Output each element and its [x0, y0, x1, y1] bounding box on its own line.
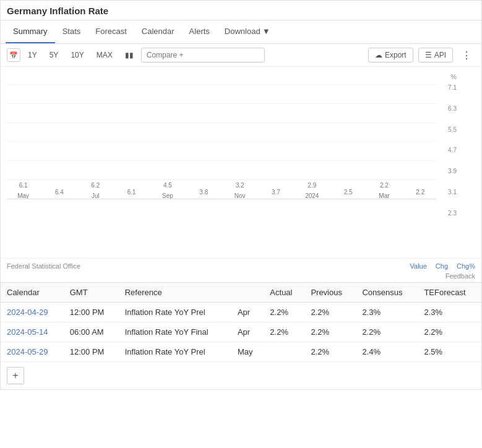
calendar-icon[interactable]: 📅	[7, 48, 20, 62]
chart-area: % 7.1 6.3 5.5 4.7 3.9 3.1 2.3	[1, 67, 481, 259]
col-previous: Previous	[304, 283, 356, 303]
bar-group-mar: 2.2 Mar	[368, 182, 400, 199]
bar-month: Nov	[235, 192, 246, 199]
bar-value: 3.2	[236, 182, 244, 189]
bar-value: 2.2	[380, 182, 389, 189]
bar-value: 4.5	[163, 182, 172, 189]
range-5y-button[interactable]: 5Y	[45, 48, 64, 62]
row3-reference-text: Inflation Rate YoY Prel	[119, 342, 231, 362]
y-axis-unit: %	[450, 73, 457, 80]
row1-actual: 2.2%	[264, 303, 304, 322]
row1-gmt: 12:00 PM	[64, 303, 119, 322]
tab-download[interactable]: Download ▼	[217, 20, 278, 43]
row3-calendar[interactable]: 2024-05-29	[1, 342, 64, 362]
toolbar: 📅 1Y 5Y 10Y MAX ▮▮ ☁ Export ☰ API ⋮	[1, 44, 481, 67]
row3-actual	[264, 342, 304, 362]
table-row: 2024-04-29 12:00 PM Inflation Rate YoY P…	[1, 303, 481, 322]
bar-value: 2.9	[308, 182, 316, 189]
api-button[interactable]: ☰ API	[418, 48, 453, 62]
row1-reference-text: Inflation Rate YoY Prel	[119, 303, 231, 322]
tab-summary[interactable]: Summary	[6, 20, 55, 43]
y-tick-31: 3.1	[448, 189, 457, 196]
add-row-button[interactable]: +	[7, 367, 24, 384]
bar-value: 3.7	[272, 189, 280, 196]
col-consensus: Consensus	[356, 283, 418, 303]
tab-forecast[interactable]: Forecast	[88, 20, 134, 43]
bar-group-2024feb: 2.5	[332, 189, 364, 199]
tab-stats[interactable]: Stats	[55, 20, 88, 43]
row3-consensus: 2.4%	[356, 342, 418, 362]
chgpct-link[interactable]: Chg%	[457, 262, 475, 270]
bar-group-oct: 3.8	[187, 189, 220, 199]
col-gmt: GMT	[64, 283, 119, 303]
bar-group-sep: 4.5 Sep	[151, 182, 184, 199]
range-max-button[interactable]: MAX	[92, 48, 118, 62]
row2-actual: 2.2%	[264, 322, 304, 342]
row2-gmt: 06:00 AM	[64, 322, 119, 342]
value-link[interactable]: Value	[410, 262, 427, 270]
bar-month: Mar	[379, 192, 389, 199]
bar-month: 2024	[305, 192, 319, 199]
bar-month: Jul	[92, 192, 100, 199]
chart-type-button[interactable]: ▮▮	[120, 48, 139, 62]
export-button[interactable]: ☁ Export	[368, 48, 413, 62]
bar-group-aug: 6.1	[115, 189, 148, 199]
row2-reference-text: Inflation Rate YoY Final	[119, 322, 231, 342]
compare-input[interactable]	[141, 48, 265, 62]
bar-group-apr: 2.2	[404, 189, 437, 199]
chart-source-row: Federal Statistical Office Value Chg Chg…	[1, 259, 481, 272]
api-icon: ☰	[425, 51, 432, 59]
data-table: Calendar GMT Reference Actual Previous C…	[1, 283, 481, 362]
toolbar-right: ☁ Export ☰ API ⋮	[368, 48, 475, 62]
bar-value: 2.5	[344, 189, 353, 196]
chart-source-links: Value Chg Chg%	[410, 262, 475, 270]
row3-gmt: 12:00 PM	[64, 342, 119, 362]
bar-group-dec: 3.7	[259, 189, 292, 199]
bar-group-may1: 6.1 May	[7, 182, 40, 199]
row2-previous: 2.2%	[304, 322, 356, 342]
page-title: Germany Inflation Rate	[1, 1, 481, 20]
chevron-down-icon: ▼	[262, 27, 270, 36]
row2-consensus: 2.2%	[356, 322, 418, 342]
chart-source-text: Federal Statistical Office	[7, 262, 80, 270]
bar-value: 6.1	[127, 189, 136, 196]
bar-group-2024jan: 2.9 2024	[296, 182, 329, 199]
row2-calendar[interactable]: 2024-05-14	[1, 322, 64, 342]
bar-group-jun: 6.4	[43, 189, 75, 199]
tab-calendar[interactable]: Calendar	[134, 20, 182, 43]
range-1y-button[interactable]: 1Y	[23, 48, 42, 62]
row1-previous: 2.2%	[304, 303, 356, 322]
bar-value: 6.2	[91, 182, 100, 189]
row3-previous: 2.2%	[304, 342, 356, 362]
row2-te-forecast: 2.2%	[418, 322, 481, 342]
bar-group-jul: 6.2 Jul	[79, 182, 112, 199]
range-10y-button[interactable]: 10Y	[66, 48, 88, 62]
bar-value: 2.2	[416, 189, 424, 196]
table-row: 2024-05-29 12:00 PM Inflation Rate YoY P…	[1, 342, 481, 362]
col-period	[231, 283, 264, 303]
col-te-forecast: TEForecast	[418, 283, 481, 303]
more-options-button[interactable]: ⋮	[458, 48, 475, 62]
row1-calendar[interactable]: 2024-04-29	[1, 303, 64, 322]
feedback-text[interactable]: Feedback	[1, 272, 481, 282]
table-row: 2024-05-14 06:00 AM Inflation Rate YoY F…	[1, 322, 481, 342]
bar-value: 3.8	[199, 189, 208, 196]
col-actual: Actual	[264, 283, 304, 303]
bar-group-nov: 3.2 Nov	[223, 182, 256, 199]
bar-month: May	[17, 192, 29, 199]
chg-link[interactable]: Chg	[436, 262, 448, 270]
row1-consensus: 2.3%	[356, 303, 418, 322]
bar-value: 6.1	[19, 182, 28, 189]
col-reference: Reference	[119, 283, 231, 303]
export-icon: ☁	[375, 51, 382, 59]
row1-te-forecast: 2.3%	[418, 303, 481, 322]
nav-tabs: Summary Stats Forecast Calendar Alerts D…	[1, 20, 481, 44]
y-tick-63: 6.3	[448, 105, 457, 112]
col-calendar: Calendar	[1, 283, 64, 303]
y-tick-71: 7.1	[448, 84, 457, 91]
y-tick-47: 4.7	[448, 147, 457, 153]
bar-value: 6.4	[55, 189, 64, 196]
row3-te-forecast: 2.5%	[418, 342, 481, 362]
tab-alerts[interactable]: Alerts	[182, 20, 217, 43]
y-tick-23: 2.3	[448, 210, 457, 217]
